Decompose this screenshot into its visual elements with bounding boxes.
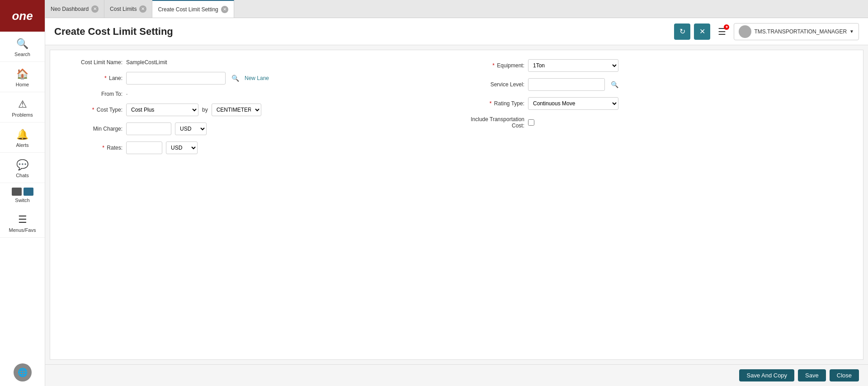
new-lane-link[interactable]: New Lane bbox=[245, 75, 269, 81]
sidebar-item-switch[interactable]: Switch bbox=[0, 183, 45, 207]
cost-limit-name-row: Cost Limit Name: SampleCostLimit bbox=[64, 59, 448, 66]
tab-close-neo-dashboard[interactable]: ✕ bbox=[91, 5, 99, 13]
cost-limit-name-value: SampleCostLimit bbox=[126, 59, 167, 66]
lane-label: * Lane: bbox=[64, 75, 123, 81]
equipment-select[interactable]: 1Ton 2Ton 5Ton bbox=[528, 59, 618, 72]
rates-required: * bbox=[102, 145, 104, 151]
centimeter-select[interactable]: CENTIMETER INCH FOOT bbox=[212, 104, 261, 116]
avatar-icon: 🌐 bbox=[18, 367, 28, 377]
tab-bar: Neo Dashboard ✕ Cost Limits ✕ Create Cos… bbox=[45, 0, 868, 18]
equipment-row: * Equipment: 1Ton 2Ton 5Ton bbox=[466, 59, 849, 72]
menus-icon: ☰ bbox=[18, 214, 27, 226]
service-level-label: Service Level: bbox=[466, 81, 524, 88]
app-logo[interactable]: one bbox=[0, 0, 45, 32]
lane-search-button[interactable]: 🔍 bbox=[229, 72, 241, 84]
user-dropdown[interactable]: TMS.TRANSPORTATION_MANAGER ▼ bbox=[734, 23, 859, 40]
search-icon: 🔍 bbox=[16, 38, 28, 50]
rating-type-required: * bbox=[490, 100, 492, 107]
chat-icon: 💬 bbox=[16, 159, 28, 171]
header-actions: ↻ ✕ ☰ ★ TMS.TRANSPORTATION_MANAGER ▼ bbox=[674, 23, 859, 40]
form-card: Cost Limit Name: SampleCostLimit * Lane:… bbox=[50, 50, 863, 360]
star-badge: ★ bbox=[724, 24, 729, 30]
rates-currency-select[interactable]: USD EUR GBP bbox=[166, 141, 198, 154]
min-charge-label: Min Charge: bbox=[64, 126, 123, 132]
close-footer-button[interactable]: Close bbox=[830, 369, 859, 381]
sidebar-label-search: Search bbox=[14, 52, 30, 57]
home-icon: 🏠 bbox=[16, 68, 28, 80]
chevron-down-icon: ▼ bbox=[849, 29, 854, 34]
sidebar-label-menus: Menus/Favs bbox=[9, 227, 36, 233]
equipment-required: * bbox=[492, 62, 495, 69]
page-header: Create Cost Limit Setting ↻ ✕ ☰ ★ TMS.TR… bbox=[45, 18, 868, 45]
save-button[interactable]: Save bbox=[798, 369, 826, 381]
sidebar-label-alerts: Alerts bbox=[16, 142, 28, 148]
switch-icon-right bbox=[24, 188, 33, 196]
cost-type-label: * Cost Type: bbox=[64, 107, 123, 113]
user-avatar bbox=[739, 25, 751, 38]
rating-type-label: * Rating Type: bbox=[466, 100, 524, 107]
rates-input[interactable] bbox=[126, 141, 162, 154]
content-area: Cost Limit Name: SampleCostLimit * Lane:… bbox=[45, 45, 868, 386]
form-grid: Cost Limit Name: SampleCostLimit * Lane:… bbox=[64, 59, 849, 160]
sidebar-item-problems[interactable]: ⚠ Problems bbox=[0, 92, 45, 122]
tab-create-cost-limit[interactable]: Create Cost Limit Setting ✕ bbox=[152, 0, 234, 18]
by-text: by bbox=[202, 107, 208, 113]
refresh-button[interactable]: ↻ bbox=[674, 24, 690, 40]
warning-icon: ⚠ bbox=[18, 99, 27, 110]
sidebar-item-alerts[interactable]: 🔔 Alerts bbox=[0, 122, 45, 153]
sidebar-item-search[interactable]: 🔍 Search bbox=[0, 32, 45, 62]
logo-text: one bbox=[12, 9, 33, 23]
switch-icons bbox=[12, 188, 33, 196]
min-charge-row: Min Charge: USD EUR GBP bbox=[64, 122, 448, 135]
lane-input[interactable] bbox=[126, 72, 226, 85]
sidebar-item-home[interactable]: 🏠 Home bbox=[0, 62, 45, 92]
from-to-value: · bbox=[126, 91, 127, 97]
tab-neo-dashboard[interactable]: Neo Dashboard ✕ bbox=[45, 0, 104, 18]
rating-type-row: * Rating Type: Continuous Move One Way R… bbox=[466, 97, 849, 110]
service-level-input[interactable] bbox=[528, 78, 605, 91]
form-footer: Save And Copy Save Close bbox=[45, 364, 868, 386]
save-and-copy-button[interactable]: Save And Copy bbox=[739, 369, 794, 381]
main-area: Neo Dashboard ✕ Cost Limits ✕ Create Cos… bbox=[45, 0, 868, 386]
cost-type-required: * bbox=[92, 107, 94, 113]
lane-row: * Lane: 🔍 New Lane bbox=[64, 72, 448, 85]
sidebar-label-switch: Switch bbox=[15, 198, 29, 203]
cost-type-select[interactable]: Cost Plus Flat Rate Per Mile bbox=[126, 104, 198, 116]
form-right-column: * Equipment: 1Ton 2Ton 5Ton Service Leve… bbox=[466, 59, 849, 160]
rates-row: * Rates: USD EUR GBP bbox=[64, 141, 448, 154]
sidebar-label-problems: Problems bbox=[12, 112, 33, 118]
sidebar-item-menus[interactable]: ☰ Menus/Favs bbox=[0, 207, 45, 238]
sidebar: one 🔍 Search 🏠 Home ⚠ Problems 🔔 Alerts … bbox=[0, 0, 45, 386]
switch-icon-left bbox=[12, 188, 22, 196]
form-left-column: Cost Limit Name: SampleCostLimit * Lane:… bbox=[64, 59, 448, 160]
from-to-label: From To: bbox=[64, 91, 123, 97]
sidebar-label-chats: Chats bbox=[16, 173, 29, 178]
lane-required: * bbox=[104, 75, 107, 81]
rates-label: * Rates: bbox=[64, 145, 123, 151]
include-transport-checkbox[interactable] bbox=[528, 119, 534, 126]
equipment-label: * Equipment: bbox=[466, 62, 524, 69]
min-charge-input[interactable] bbox=[126, 122, 171, 135]
cost-limit-name-label: Cost Limit Name: bbox=[64, 59, 123, 66]
include-transport-row: Include Transportation Cost: bbox=[466, 116, 849, 129]
bell-icon: 🔔 bbox=[16, 129, 28, 141]
tab-label-cost-limits: Cost Limits bbox=[110, 6, 137, 12]
page-title: Create Cost Limit Setting bbox=[54, 26, 674, 38]
user-name: TMS.TRANSPORTATION_MANAGER bbox=[754, 28, 847, 35]
service-level-search-button[interactable]: 🔍 bbox=[609, 79, 620, 90]
close-button[interactable]: ✕ bbox=[694, 24, 710, 40]
min-charge-currency-select[interactable]: USD EUR GBP bbox=[175, 122, 207, 135]
include-transport-label: Include Transportation Cost: bbox=[466, 116, 524, 129]
tab-label-neo-dashboard: Neo Dashboard bbox=[51, 6, 89, 12]
tab-close-create-cost-limit[interactable]: ✕ bbox=[221, 6, 228, 13]
from-to-row: From To: · bbox=[64, 91, 448, 97]
sidebar-item-chats[interactable]: 💬 Chats bbox=[0, 153, 45, 183]
menu-button[interactable]: ☰ ★ bbox=[714, 24, 730, 40]
tab-cost-limits[interactable]: Cost Limits ✕ bbox=[104, 0, 152, 18]
rating-type-select[interactable]: Continuous Move One Way Round Trip bbox=[528, 97, 618, 110]
tab-label-create-cost-limit: Create Cost Limit Setting bbox=[158, 6, 218, 13]
service-level-row: Service Level: 🔍 bbox=[466, 78, 849, 91]
tab-close-cost-limits[interactable]: ✕ bbox=[139, 5, 146, 13]
avatar[interactable]: 🌐 bbox=[14, 363, 32, 381]
cost-type-row: * Cost Type: Cost Plus Flat Rate Per Mil… bbox=[64, 104, 448, 116]
